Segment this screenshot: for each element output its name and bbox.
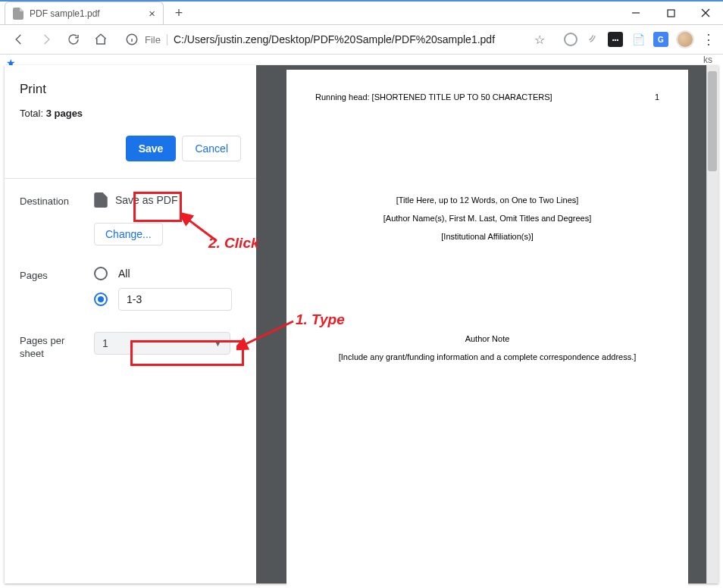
- site-info-icon[interactable]: [125, 33, 139, 46]
- preview-page: Running head: [SHORTENED TITLE UP TO 50 …: [286, 70, 688, 588]
- running-head-row: Running head: [SHORTENED TITLE UP TO 50 …: [315, 92, 659, 102]
- cancel-button[interactable]: Cancel: [182, 136, 241, 161]
- section-divider: [5, 178, 256, 179]
- pages-per-sheet-label: Pages per sheet: [20, 332, 83, 361]
- pages-all-label: All: [118, 267, 130, 280]
- author-note-block: Author Note [Include any grant/funding i…: [315, 330, 659, 366]
- browser-menu-button[interactable]: ⋮: [702, 31, 715, 48]
- print-total-prefix: Total:: [20, 108, 46, 119]
- pages-per-sheet-value: 1: [102, 337, 108, 349]
- print-total: Total: 3 pages: [20, 108, 241, 119]
- title-block: [Title Here, up to 12 Words, on One to T…: [315, 191, 659, 246]
- doc-author: [Author Name(s), First M. Last, Omit Tit…: [315, 209, 659, 227]
- close-window-button[interactable]: [688, 2, 723, 24]
- doc-title: [Title Here, up to 12 Words, on One to T…: [315, 191, 659, 209]
- preview-scrollbar[interactable]: [706, 65, 718, 583]
- chevron-down-icon: ▼: [214, 339, 222, 348]
- pages-label: Pages: [20, 267, 83, 281]
- change-destination-button[interactable]: Change...: [94, 223, 163, 246]
- bookmarks-peek: ks: [703, 55, 712, 65]
- tab-title: PDF sample1.pdf: [30, 8, 100, 19]
- tab-close-icon[interactable]: ×: [149, 7, 155, 20]
- titlebar: PDF sample1.pdf × +: [0, 2, 723, 24]
- profile-avatar[interactable]: [676, 30, 694, 48]
- extension-icon-5[interactable]: G: [653, 32, 668, 47]
- pages-row: Pages All: [20, 267, 241, 311]
- extension-icon-4[interactable]: 📄: [631, 32, 646, 47]
- destination-row: Destination Save as PDF Change...: [20, 192, 241, 246]
- running-head-text: Running head: [SHORTENED TITLE UP TO 50 …: [315, 92, 552, 102]
- radio-checked-icon: [94, 292, 108, 306]
- file-icon: [13, 8, 23, 20]
- pages-custom-input[interactable]: [118, 288, 232, 311]
- pages-custom-option[interactable]: [94, 288, 241, 311]
- maximize-button[interactable]: [653, 2, 688, 24]
- print-preview: Running head: [SHORTENED TITLE UP TO 50 …: [256, 65, 718, 583]
- svg-rect-1: [668, 10, 674, 17]
- save-button[interactable]: Save: [126, 136, 177, 161]
- forward-button[interactable]: [35, 28, 58, 51]
- print-title: Print: [20, 82, 241, 97]
- home-button[interactable]: [89, 28, 112, 51]
- author-note-heading: Author Note: [315, 330, 659, 348]
- browser-tab[interactable]: PDF sample1.pdf ×: [5, 2, 164, 24]
- print-total-value: 3 pages: [46, 108, 83, 119]
- destination-label: Destination: [20, 192, 83, 207]
- radio-unchecked-icon: [94, 267, 108, 280]
- address-url: C:/Users/justin.zeng/Desktop/PDF%20Sampl…: [174, 33, 495, 45]
- reload-button[interactable]: [62, 28, 85, 51]
- author-note-body: [Include any grant/funding information a…: [315, 348, 659, 366]
- extension-icon-2[interactable]: [585, 32, 600, 47]
- address-scheme: File: [145, 34, 167, 45]
- pages-all-option[interactable]: All: [94, 267, 241, 280]
- print-sidebar: Print Total: 3 pages Save Cancel Destina…: [5, 65, 256, 583]
- page-number: 1: [655, 92, 659, 102]
- browser-toolbar: File C:/Users/justin.zeng/Desktop/PDF%20…: [0, 24, 723, 55]
- pages-per-sheet-row: Pages per sheet 1 ▼: [20, 332, 241, 361]
- extension-icon-3[interactable]: •••: [608, 32, 623, 47]
- back-button[interactable]: [8, 28, 30, 51]
- new-tab-button[interactable]: +: [168, 2, 189, 23]
- preview-scroll-thumb[interactable]: [708, 71, 717, 171]
- star-icon[interactable]: ☆: [534, 33, 545, 47]
- address-bar[interactable]: File C:/Users/justin.zeng/Desktop/PDF%20…: [117, 28, 553, 51]
- print-dialog: Print Total: 3 pages Save Cancel Destina…: [5, 65, 718, 583]
- pages-per-sheet-select[interactable]: 1 ▼: [94, 332, 230, 355]
- doc-affiliation: [Institutional Affiliation(s)]: [315, 227, 659, 246]
- pdf-icon: [94, 192, 108, 208]
- destination-value: Save as PDF: [115, 194, 177, 206]
- extension-icon-1[interactable]: [564, 33, 577, 46]
- minimize-button[interactable]: [618, 2, 653, 24]
